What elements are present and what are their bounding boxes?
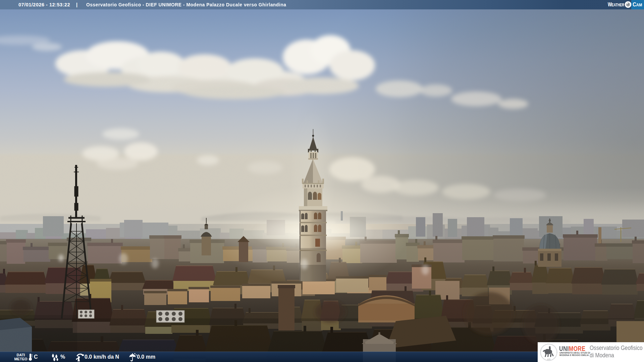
- svg-text:C: C: [633, 1, 636, 7]
- svg-text:AM: AM: [636, 2, 642, 7]
- svg-text:EATHER: EATHER: [611, 3, 624, 7]
- svg-text:1175: 1175: [547, 359, 550, 360]
